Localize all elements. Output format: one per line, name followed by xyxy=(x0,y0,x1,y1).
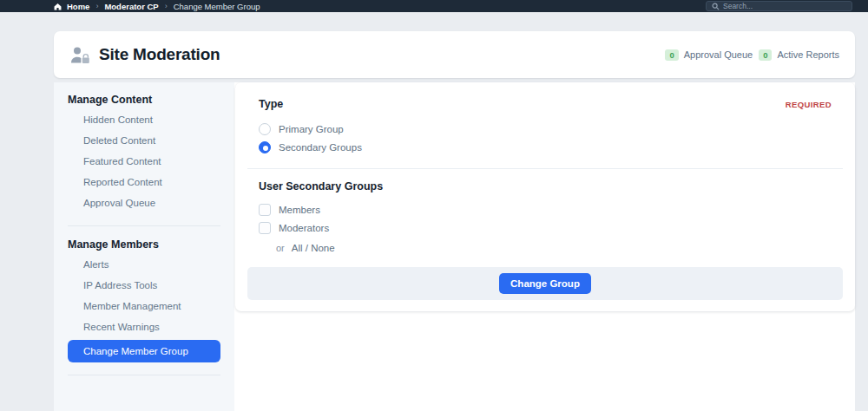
secondary-groups-label[interactable]: Secondary Groups xyxy=(279,142,362,153)
radio-row-secondary-groups[interactable]: Secondary Groups xyxy=(235,139,855,156)
primary-group-radio[interactable] xyxy=(259,123,271,135)
moderators-checkbox[interactable] xyxy=(259,222,271,234)
breadcrumb-current-page: Change Member Group xyxy=(174,2,260,11)
checkbox-row-members[interactable]: Members xyxy=(235,201,855,219)
sidebar-divider xyxy=(68,375,220,375)
sidebar-heading-manage-content: Manage Content xyxy=(68,94,220,106)
sidebar-item-ip-address-tools[interactable]: IP Address Tools xyxy=(68,275,220,296)
type-section-title: Type xyxy=(259,98,283,110)
radio-row-primary-group[interactable]: Primary Group xyxy=(235,121,855,138)
secondary-groups-section-header: User Secondary Groups xyxy=(235,180,855,192)
or-text: or xyxy=(276,243,285,253)
sidebar-item-deleted-content[interactable]: Deleted Content xyxy=(68,130,220,151)
sidebar-item-approval-queue[interactable]: Approval Queue xyxy=(68,192,220,213)
header-stats: 0 Approval Queue 0 Active Reports xyxy=(665,49,839,61)
breadcrumb-separator: › xyxy=(165,2,168,10)
approval-queue-stat[interactable]: 0 Approval Queue xyxy=(665,49,753,61)
select-all-none-row: or All / None xyxy=(235,243,855,253)
sidebar-divider xyxy=(68,225,220,226)
change-member-group-form: Type REQUIRED Primary Group Secondary Gr… xyxy=(235,82,855,311)
section-divider xyxy=(247,168,843,169)
active-reports-stat[interactable]: 0 Active Reports xyxy=(759,49,839,61)
sidebar-item-featured-content[interactable]: Featured Content xyxy=(68,151,220,172)
required-badge: REQUIRED xyxy=(786,100,832,109)
sidebar: Manage Content Hidden Content Deleted Co… xyxy=(54,82,234,411)
sidebar-item-hidden-content[interactable]: Hidden Content xyxy=(68,109,220,130)
sidebar-item-change-member-group[interactable]: Change Member Group xyxy=(68,340,220,362)
sidebar-item-alerts[interactable]: Alerts xyxy=(68,254,220,275)
members-label[interactable]: Members xyxy=(279,205,320,215)
search-icon xyxy=(712,3,720,10)
breadcrumb-home[interactable]: Home xyxy=(67,2,89,11)
page-header: Site Moderation 0 Approval Queue 0 Activ… xyxy=(54,31,855,78)
page-title: Site Moderation xyxy=(99,45,220,64)
form-footer: Change Group xyxy=(247,267,843,300)
sidebar-item-reported-content[interactable]: Reported Content xyxy=(68,172,220,192)
breadcrumb-separator: › xyxy=(95,2,98,10)
checkbox-row-moderators[interactable]: Moderators xyxy=(235,219,855,237)
secondary-groups-radio[interactable] xyxy=(259,141,271,153)
search-box[interactable] xyxy=(706,1,852,11)
approval-queue-label: Approval Queue xyxy=(684,49,753,60)
all-none-link[interactable]: All / None xyxy=(292,243,335,253)
approval-queue-count-badge: 0 xyxy=(665,49,678,61)
primary-group-label[interactable]: Primary Group xyxy=(279,124,344,134)
members-checkbox[interactable] xyxy=(259,204,271,216)
moderators-label[interactable]: Moderators xyxy=(279,223,329,233)
breadcrumb-moderator-cp[interactable]: Moderator CP xyxy=(104,2,158,11)
home-icon[interactable] xyxy=(54,3,62,10)
breadcrumb: Home › Moderator CP › Change Member Grou… xyxy=(54,2,260,11)
sidebar-item-member-management[interactable]: Member Management xyxy=(68,296,220,316)
top-navbar: Home › Moderator CP › Change Member Grou… xyxy=(0,0,868,12)
active-reports-label: Active Reports xyxy=(777,49,839,60)
sidebar-item-recent-warnings[interactable]: Recent Warnings xyxy=(68,316,220,337)
type-section-header: Type REQUIRED xyxy=(235,98,855,110)
active-reports-count-badge: 0 xyxy=(759,49,772,61)
secondary-groups-section-title: User Secondary Groups xyxy=(259,180,383,192)
change-group-button[interactable]: Change Group xyxy=(499,273,591,294)
search-input[interactable] xyxy=(723,2,846,10)
sidebar-heading-manage-members: Manage Members xyxy=(68,238,220,251)
moderation-user-lock-icon xyxy=(69,46,90,64)
